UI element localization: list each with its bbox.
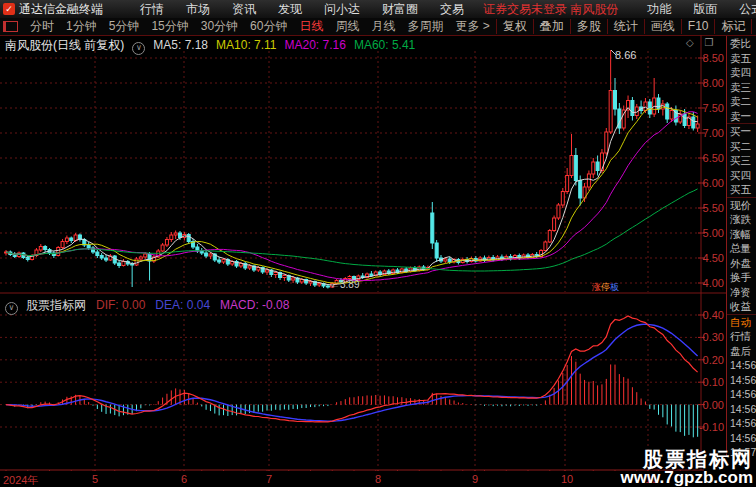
period-tab-9[interactable]: 多周期 bbox=[407, 18, 443, 35]
collapse-toggle-icon[interactable]: ∨ bbox=[132, 42, 145, 55]
chart-header: 南风股份(日线 前复权)∨MA5: 7.18MA10: 7.11MA20: 7.… bbox=[5, 37, 431, 55]
sidebar-row-27[interactable]: 14:56 bbox=[727, 431, 756, 446]
price-tick-8: 4.50 bbox=[690, 252, 724, 264]
menu-6[interactable]: 交易 bbox=[440, 1, 464, 18]
tool-button-3[interactable]: 统计 bbox=[607, 19, 644, 34]
period-tab-8[interactable]: 月线 bbox=[371, 18, 395, 35]
right-menu-1[interactable]: 版面 bbox=[693, 1, 717, 18]
price-tick-2: 7.50 bbox=[690, 102, 724, 114]
price-tick-0: 8.50 bbox=[690, 52, 724, 64]
menu-5[interactable]: 财富圈 bbox=[382, 1, 418, 18]
macd-tick-2: 0.20 bbox=[690, 354, 724, 366]
period-tab-2[interactable]: 5分钟 bbox=[109, 18, 140, 35]
tag-char: 涨 bbox=[592, 282, 601, 292]
sidebar-row-19[interactable]: 自动 bbox=[727, 314, 756, 330]
main-menu: 行情市场资讯发现问小达财富圈交易 bbox=[129, 1, 475, 18]
low-price-annotation: ←3.89 bbox=[330, 279, 359, 290]
ma-readout-3: MA60: 5.41 bbox=[354, 38, 415, 52]
macd-collapse-icon[interactable]: ∨ bbox=[5, 302, 18, 315]
menu-2[interactable]: 资讯 bbox=[232, 1, 256, 18]
sidebar-row-3[interactable]: 卖三 bbox=[727, 80, 756, 95]
sidebar-row-20[interactable]: 行情 bbox=[727, 329, 756, 344]
tool-button-6[interactable]: 标记 bbox=[714, 19, 751, 34]
dif-value: DIF: 0.00 bbox=[96, 298, 145, 312]
sidebar-row-5[interactable]: 卖一 bbox=[727, 109, 756, 124]
date-tick-4: 8 bbox=[375, 473, 381, 485]
period-tab-5[interactable]: 60分钟 bbox=[250, 18, 287, 35]
sidebar-row-21[interactable]: 盘后 bbox=[727, 344, 756, 359]
right-menu-0[interactable]: 功能 bbox=[647, 1, 671, 18]
tag-char: 板 bbox=[610, 282, 619, 292]
price-tick-7: 5.00 bbox=[690, 227, 724, 239]
period-tabs: 分时1分钟5分钟15分钟30分钟60分钟日线周线月线多周期更多 > bbox=[24, 18, 496, 35]
chart-corner-icons[interactable]: ◇ ❐ bbox=[686, 37, 717, 48]
tool-button-1[interactable]: 叠加 bbox=[533, 19, 570, 34]
period-tab-6[interactable]: 日线 bbox=[299, 18, 323, 35]
title-right-menu: 功能版面公式选项 bbox=[636, 1, 756, 18]
sidebar-row-4[interactable]: 卖二 bbox=[727, 94, 756, 109]
period-tab-10[interactable]: 更多 > bbox=[455, 18, 489, 35]
sidebar-row-18[interactable]: 收益 bbox=[727, 299, 756, 314]
ma-readout-2: MA20: 7.16 bbox=[285, 38, 346, 52]
period-tab-4[interactable]: 30分钟 bbox=[201, 18, 238, 35]
sidebar-row-10[interactable]: 买五 bbox=[727, 182, 756, 197]
watermark-title: 股票指标网 bbox=[620, 449, 753, 469]
period-tab-3[interactable]: 15分钟 bbox=[151, 18, 188, 35]
sidebar-row-13[interactable]: 涨幅 bbox=[727, 227, 756, 242]
quote-sidebar[interactable]: 委比卖五卖四卖三卖二卖一买一买二买三买四买五现价涨跌涨幅总量外盘换手净资收益自动… bbox=[726, 36, 756, 456]
sidebar-row-17[interactable]: 净资 bbox=[727, 285, 756, 300]
macd-tick-5: -0.10 bbox=[690, 421, 724, 433]
sidebar-row-2[interactable]: 卖四 bbox=[727, 65, 756, 80]
period-toolbar: 分时1分钟5分钟15分钟30分钟60分钟日线周线月线多周期更多 > 复权叠加多股… bbox=[0, 18, 756, 36]
tool-button-2[interactable]: 多股 bbox=[570, 19, 607, 34]
tool-button-4[interactable]: 画线 bbox=[644, 19, 681, 34]
candlestick-macd-chart[interactable] bbox=[0, 35, 756, 471]
sidebar-row-14[interactable]: 总量 bbox=[727, 241, 756, 256]
layout-icon[interactable] bbox=[3, 21, 18, 32]
sidebar-row-22[interactable]: 14:56 bbox=[727, 358, 756, 373]
tool-button-5[interactable]: F10 bbox=[681, 19, 715, 34]
period-tab-1[interactable]: 1分钟 bbox=[66, 18, 97, 35]
price-tick-6: 5.50 bbox=[690, 202, 724, 214]
sidebar-row-0[interactable]: 委比 bbox=[727, 36, 756, 51]
ma-readout-0: MA5: 7.18 bbox=[153, 38, 208, 52]
indicator-tag: 涨停板 bbox=[592, 281, 619, 294]
price-tick-5: 6.00 bbox=[690, 177, 724, 189]
sidebar-row-23[interactable]: 14:56 bbox=[727, 373, 756, 388]
menu-1[interactable]: 市场 bbox=[186, 1, 210, 18]
sidebar-row-11[interactable]: 现价 bbox=[727, 197, 756, 213]
trade-login-status[interactable]: 证券交易未登录 南风股份 bbox=[483, 1, 618, 18]
title-bar: ✓ 通达信金融终端 行情市场资讯发现问小达财富圈交易 证券交易未登录 南风股份 … bbox=[0, 0, 756, 18]
date-tick-3: 7 bbox=[266, 473, 272, 485]
date-tick-0: 2024年 bbox=[3, 473, 38, 487]
macd-tick-3: 0.10 bbox=[690, 376, 724, 388]
date-tick-1: 5 bbox=[92, 473, 98, 485]
date-tick-5: 9 bbox=[472, 473, 478, 485]
sidebar-row-7[interactable]: 买二 bbox=[727, 139, 756, 154]
price-tick-3: 7.00 bbox=[690, 127, 724, 139]
tdx-terminal-window: ✓ 通达信金融终端 行情市场资讯发现问小达财富圈交易 证券交易未登录 南风股份 … bbox=[0, 0, 756, 487]
period-tab-7[interactable]: 周线 bbox=[335, 18, 359, 35]
toolbar-right-buttons: 复权叠加多股统计画线F10标记+自选返回 bbox=[496, 18, 756, 35]
menu-0[interactable]: 行情 bbox=[140, 1, 164, 18]
sidebar-row-15[interactable]: 外盘 bbox=[727, 256, 756, 271]
menu-4[interactable]: 问小达 bbox=[324, 1, 360, 18]
date-tick-6: 10 bbox=[561, 473, 573, 485]
tool-button-7[interactable]: +自选 bbox=[751, 19, 756, 34]
sidebar-row-26[interactable]: 14:56 bbox=[727, 416, 756, 431]
sidebar-row-9[interactable]: 买四 bbox=[727, 168, 756, 183]
sidebar-row-8[interactable]: 买三 bbox=[727, 153, 756, 168]
sidebar-row-12[interactable]: 涨跌 bbox=[727, 212, 756, 227]
sidebar-row-16[interactable]: 换手 bbox=[727, 270, 756, 285]
sidebar-row-6[interactable]: 买一 bbox=[727, 123, 756, 139]
watermark: 股票指标网 www.7gpzb.com bbox=[620, 449, 753, 486]
period-tab-0[interactable]: 分时 bbox=[30, 18, 54, 35]
menu-3[interactable]: 发现 bbox=[278, 1, 302, 18]
right-menu-2[interactable]: 公式 bbox=[739, 1, 756, 18]
sidebar-row-1[interactable]: 卖五 bbox=[727, 51, 756, 66]
tool-button-0[interactable]: 复权 bbox=[496, 19, 533, 34]
sidebar-row-24[interactable]: 14:56 bbox=[727, 387, 756, 402]
sidebar-row-25[interactable]: 14:56 bbox=[727, 402, 756, 417]
macd-tick-0: 0.40 bbox=[690, 309, 724, 321]
watermark-url: www.7gpzb.com bbox=[620, 469, 753, 486]
